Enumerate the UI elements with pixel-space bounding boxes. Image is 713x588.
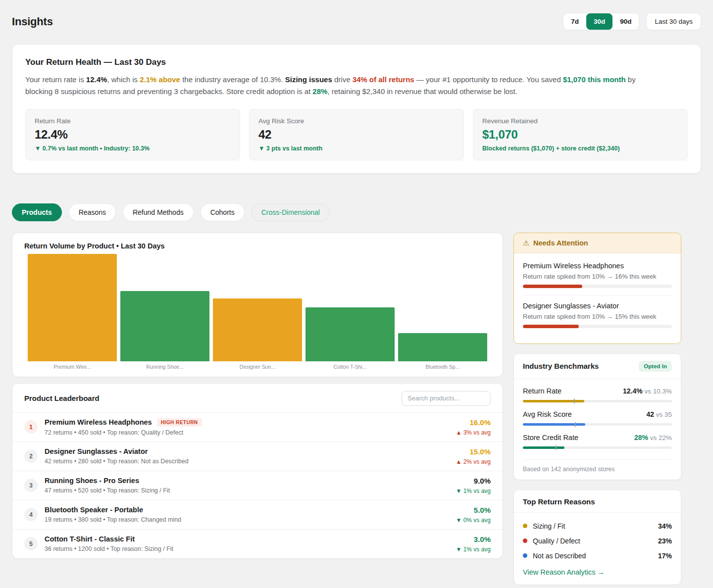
search-products-input[interactable]: [402, 391, 491, 406]
product-stats: 36 returns • 1200 sold • Top reason: Siz…: [45, 545, 449, 552]
reason-percentage: 17%: [658, 552, 672, 560]
chart-bar[interactable]: [120, 291, 209, 361]
rank-badge: 1: [24, 420, 38, 434]
summary-segment: , retaining $2,340 in revenue that would…: [327, 87, 517, 96]
rate-column: 9.0%▼ 1% vs avg: [456, 477, 491, 494]
reason-row: Quality / Defect23%: [523, 534, 672, 548]
benchmark-bar-fill: [523, 446, 564, 449]
benchmarks-footnote: Based on 142 anonymized stores: [523, 459, 672, 480]
return-rate-value: 15.0%: [456, 447, 491, 456]
tab-cohorts[interactable]: Cohorts: [201, 203, 245, 221]
return-volume-chart-card: Return Volume by Product • Last 30 Days …: [12, 233, 503, 377]
rank-badge: 5: [24, 537, 38, 550]
benchmark-value: 28% vs 22%: [634, 433, 672, 442]
reason-label: Sizing / Fit: [533, 522, 653, 530]
tab-refund-methods[interactable]: Refund Methods: [123, 203, 194, 221]
chart-bar-label: Designer Sun...: [213, 364, 302, 370]
right-sidebar: ⚠ Needs Attention Premium Wireless Headp…: [513, 233, 681, 585]
metric-label: Return Rate: [35, 117, 231, 125]
summary-segment: 28%: [312, 87, 327, 96]
top-bar: Insights 7d30d90d Last 30 days: [12, 13, 701, 30]
product-info: Bluetooth Speaker - Portable19 returns •…: [45, 506, 449, 523]
benchmarks-rows: Return Rate12.4% vs 10.3%Avg Risk Score4…: [514, 379, 681, 457]
attention-product-name: Designer Sunglasses - Aviator: [523, 302, 672, 310]
insights-tabs: ProductsReasonsRefund MethodsCohortsCros…: [12, 203, 701, 221]
product-stats: 47 returns • 520 sold • Top reason: Sizi…: [45, 487, 449, 494]
product-stats: 42 returns • 280 sold • Top reason: Not …: [45, 458, 449, 465]
leaderboard-row[interactable]: 1Premium Wireless HeadphonesHIGH RETURN7…: [12, 412, 503, 441]
chart-bar[interactable]: [213, 298, 302, 361]
chart-bar-label: Premium Wire...: [28, 364, 117, 370]
leaderboard-row[interactable]: 2Designer Sunglasses - Aviator42 returns…: [12, 441, 503, 471]
metric-label: Avg Risk Score: [258, 117, 455, 125]
rank-badge: 3: [24, 479, 38, 492]
chart-bar[interactable]: [398, 333, 487, 361]
reason-percentage: 23%: [658, 537, 672, 545]
tab-reasons[interactable]: Reasons: [69, 203, 116, 221]
summary-segment: — your #1 opportunity to reduce. You sav…: [414, 75, 563, 84]
bar-chart-labels: Premium Wire...Running Shoe...Designer S…: [24, 364, 491, 370]
summary-segment: drive: [332, 75, 353, 84]
insights-page: Insights 7d30d90d Last 30 days Your Retu…: [0, 0, 713, 588]
bar-chart: [24, 254, 491, 361]
product-info: Cotton T-Shirt - Classic Fit36 returns •…: [45, 535, 449, 552]
rate-column: 5.0%▼ 0% vs avg: [456, 506, 491, 524]
leaderboard-row[interactable]: 3Running Shoes - Pro Series47 returns • …: [12, 471, 503, 500]
attention-progress-track: [523, 325, 672, 328]
product-name: Designer Sunglasses - Aviator: [45, 447, 148, 455]
chart-bar[interactable]: [28, 254, 117, 361]
view-reason-analytics-link[interactable]: View Reason Analytics →: [523, 568, 605, 576]
rank-badge: 2: [24, 449, 38, 463]
chart-bar-label: Bluetooth Sp...: [398, 364, 487, 370]
tab-products[interactable]: Products: [12, 203, 62, 221]
metric-value: 42: [258, 128, 455, 142]
metric-value: $1,070: [482, 128, 678, 142]
attention-product-name: Premium Wireless Headphones: [523, 262, 672, 270]
benchmark-store-value: 28%: [634, 434, 648, 441]
metric-subtext: Blocked returns ($1,070) + store credit …: [482, 145, 678, 152]
benchmark-bar-track: [523, 423, 672, 426]
metric-subtext: ▼ 0.7% vs last month • Industry: 10.3%: [35, 145, 231, 152]
return-rate-value: 16.0%: [456, 418, 491, 427]
reason-dot-icon: [523, 539, 527, 543]
time-range-30d-button[interactable]: 30d: [586, 13, 612, 30]
summary-segment: the industry average of 10.3%.: [180, 75, 285, 84]
leaderboard-row[interactable]: 5Cotton T-Shirt - Classic Fit36 returns …: [12, 529, 503, 558]
product-name-line: Premium Wireless HeadphonesHIGH RETURN: [45, 418, 449, 427]
attention-progress-track: [523, 285, 672, 288]
product-stats: 72 returns • 450 sold • Top reason: Qual…: [45, 429, 449, 436]
benchmark-label: Return Rate: [523, 387, 561, 395]
summary-segment: Sizing issues: [285, 75, 332, 84]
metric-label: Revenue Retained: [482, 117, 678, 125]
time-range-90d-button[interactable]: 90d: [612, 13, 639, 30]
summary-segment: 34% of all returns: [353, 75, 414, 84]
reason-percentage: 34%: [658, 522, 672, 530]
summary-segment: , which is: [107, 75, 140, 84]
benchmark-row: Store Credit Rate28% vs 22%: [523, 433, 672, 449]
benchmark-marker: [574, 399, 575, 403]
product-leaderboard-card: Product Leaderboard 1Premium Wireless He…: [12, 383, 503, 559]
benchmark-value: 12.4% vs 10.3%: [623, 387, 672, 395]
benchmark-store-value: 12.4%: [623, 387, 643, 395]
benchmark-row-top: Store Credit Rate28% vs 22%: [523, 433, 672, 442]
product-info: Premium Wireless HeadphonesHIGH RETURN72…: [45, 418, 449, 436]
chart-bar[interactable]: [306, 307, 395, 361]
leaderboard-row[interactable]: 4Bluetooth Speaker - Portable19 returns …: [12, 500, 503, 529]
metric-subtext: ▼ 3 pts vs last month: [258, 145, 455, 152]
left-column: Return Volume by Product • Last 30 Days …: [12, 233, 503, 559]
time-range-7d-button[interactable]: 7d: [563, 13, 586, 30]
leaderboard-title: Product Leaderboard: [24, 394, 100, 402]
benchmark-label: Store Credit Rate: [523, 434, 578, 441]
return-rate-value: 9.0%: [456, 477, 491, 485]
rank-badge: 4: [24, 508, 38, 521]
rate-delta: ▲ 2% vs avg: [456, 458, 491, 465]
warning-icon: ⚠: [523, 239, 529, 247]
tab-cross-dimensional[interactable]: Cross-Dimensional: [252, 203, 330, 221]
benchmark-marker: [556, 445, 557, 450]
top-return-reasons-card: Top Return Reasons Sizing / Fit34%Qualit…: [513, 490, 681, 585]
product-name: Premium Wireless Headphones: [45, 418, 152, 426]
date-preset-button[interactable]: Last 30 days: [646, 13, 701, 30]
attention-item: Designer Sunglasses - AviatorReturn rate…: [523, 295, 672, 335]
reason-label: Quality / Defect: [533, 537, 653, 545]
reason-row: Not as Described17%: [523, 548, 672, 563]
